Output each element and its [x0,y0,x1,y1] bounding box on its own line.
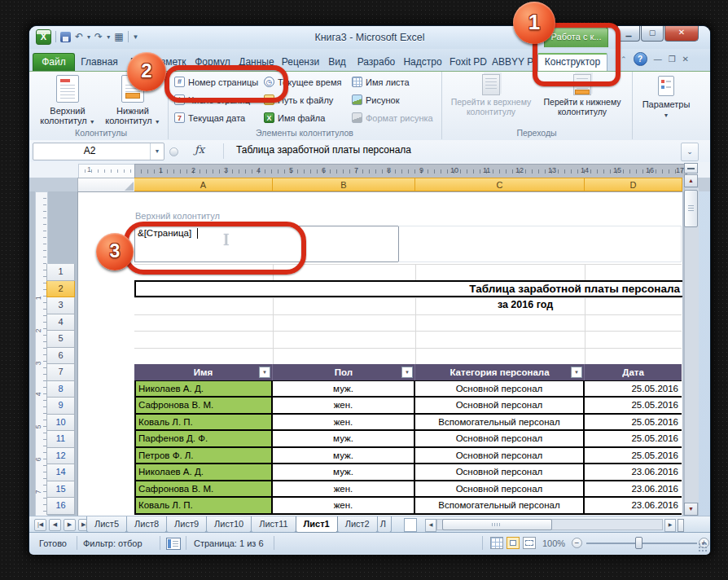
cell-date[interactable]: 23.06.2016 [585,498,682,513]
row-header-3[interactable]: 3 [46,297,75,314]
row-header-2[interactable]: 2 [46,281,75,298]
maximize-button[interactable]: ▢ [641,26,664,42]
workbook-restore-icon[interactable]: ❐ [669,55,676,64]
row-header-8[interactable]: 8 [46,381,75,398]
split-handle[interactable] [684,163,698,174]
cell-gender[interactable]: муж. [273,381,415,397]
cell-name[interactable]: Николаев А. Д. [134,464,273,480]
doc-title-cell[interactable]: Таблица заработной платы персонала [134,280,682,297]
sheet-tab[interactable]: Лист9 [166,516,207,533]
cell-category[interactable]: Основной персонал [415,481,585,497]
page-layout-view-icon[interactable] [507,537,520,549]
row-header-16[interactable]: 16 [46,498,75,515]
zoom-slider-thumb[interactable] [635,537,642,549]
column-header-c[interactable]: C [415,178,585,191]
row-header-7[interactable]: 7 [46,364,75,381]
scroll-down-icon[interactable]: ▼ [684,503,698,516]
tab-split-handle[interactable] [678,519,684,532]
cell-gender[interactable]: муж. [273,448,415,464]
minimize-ribbon-icon[interactable]: ⌃ [621,55,627,64]
table-header-gender[interactable]: Пол [273,364,415,380]
tab-foxit[interactable]: Foxit PD [446,53,490,71]
minimize-button[interactable]: ▁ [617,26,640,42]
sheet-name-button[interactable]: Имя листа [352,75,410,89]
row-header-12[interactable]: 12 [46,448,75,465]
filter-dropdown-icon[interactable]: ▼ [259,367,270,378]
name-box-dropdown-icon[interactable]: ▼ [150,143,164,160]
cell-category[interactable]: Основной персонал [415,398,585,413]
cell-category[interactable]: Основной персонал [415,464,585,480]
cell-date[interactable]: 25.05.2016 [585,381,682,397]
scroll-up-icon[interactable]: ▲ [684,174,698,187]
macro-record-icon[interactable] [166,538,181,550]
sheet-tab[interactable]: Лист2 [337,516,378,533]
vertical-scrollbar[interactable] [684,188,699,503]
tab-home[interactable]: Главная [77,53,122,71]
cell-category[interactable]: Основной персонал [415,381,585,397]
prev-sheet-icon[interactable]: ◀ [49,519,61,531]
cell-category[interactable]: Вспомогательный персонал [415,415,585,430]
cell-date[interactable]: 25.05.2016 [585,448,682,464]
row-header-5[interactable]: 5 [46,331,75,348]
tab-review[interactable]: Рецензи [280,53,321,71]
cell-date[interactable]: 25.05.2016 [585,398,682,413]
table-header-date[interactable]: Дата [585,364,682,380]
sheet-tab[interactable]: Л [377,516,392,533]
options-button[interactable]: Параметры▼ [636,76,696,121]
workbook-minimize-icon[interactable]: — [654,55,662,64]
sheet-tab-active[interactable]: Лист1 [296,516,338,533]
cell-category[interactable]: Основной персонал [415,431,585,446]
cell-name[interactable]: Петров Ф. Л. [134,448,273,464]
name-box[interactable]: A2 ▼ [33,143,164,160]
tab-developer[interactable]: Разрабо [353,53,399,71]
cell-gender[interactable]: муж. [273,464,415,480]
cell-name[interactable]: Коваль Л. П. [134,498,273,513]
insert-function-icon[interactable]: ƒx [195,143,204,156]
cell-name[interactable]: Николаев А. Д. [134,381,273,397]
sheet-tab[interactable]: Лист5 [86,516,127,533]
help-icon[interactable]: ? [634,52,647,66]
doc-subtitle-cell[interactable]: за 2016 год [460,299,590,310]
picture-button[interactable]: Рисунок [352,93,400,107]
cell-category[interactable]: Вспомогательный персонал [415,498,585,513]
column-header-b[interactable]: B [273,178,415,191]
cell-date[interactable]: 25.05.2016 [585,415,682,430]
cell-gender[interactable]: жен. [273,415,415,430]
cell-date[interactable]: 23.06.2016 [585,464,682,480]
row-header-15[interactable]: 15 [46,481,75,499]
column-header-a[interactable]: A [134,178,273,191]
tab-addins[interactable]: Надстро [401,53,445,71]
file-name-button[interactable]: XИмя файла [264,111,325,125]
tab-file[interactable]: Файл [33,53,75,71]
close-button[interactable]: ✕ [664,26,699,42]
next-sheet-icon[interactable]: ▶ [64,519,76,531]
row-header-4[interactable]: 4 [46,314,75,332]
current-date-button[interactable]: 7Текущая дата [174,111,245,125]
row-header-14[interactable]: 14 [46,464,75,481]
formula-bar-value[interactable]: Таблица заработной платы персонала [236,144,411,156]
cell-gender[interactable]: жен. [273,481,415,497]
cell-gender[interactable]: муж. [273,431,415,446]
tab-abbyy[interactable]: ABBYY PI [492,53,536,71]
first-sheet-icon[interactable]: |◀ [34,519,46,531]
sheet-tab[interactable]: Лист11 [251,516,296,533]
table-header-name[interactable]: Имя [134,364,273,380]
filter-dropdown-icon[interactable]: ▼ [401,367,413,378]
zoom-level[interactable]: 100% [542,538,565,548]
tab-view[interactable]: Вид [322,53,352,71]
row-header-6[interactable]: 6 [46,348,75,365]
cell-name[interactable]: Парфенов Д. Ф. [134,431,273,446]
resize-grip[interactable] [698,543,708,552]
sheet-tab[interactable]: Лист8 [126,516,167,533]
page-break-view-icon[interactable] [523,537,536,549]
cell-name[interactable]: Сафронова В. М. [134,398,273,413]
vertical-scrollbar-thumb[interactable] [684,190,698,227]
row-header-10[interactable]: 10 [46,415,75,432]
cell-date[interactable]: 23.06.2016 [585,481,682,497]
row-header-9[interactable]: 9 [46,398,75,415]
hscroll-right-icon[interactable]: ▶ [664,519,676,532]
sheet-tab[interactable]: Лист10 [206,516,252,533]
cell-date[interactable]: 25.05.2016 [585,431,682,446]
workbook-close-icon[interactable]: ✕ [682,55,689,64]
horizontal-scrollbar-thumb[interactable] [442,519,552,530]
